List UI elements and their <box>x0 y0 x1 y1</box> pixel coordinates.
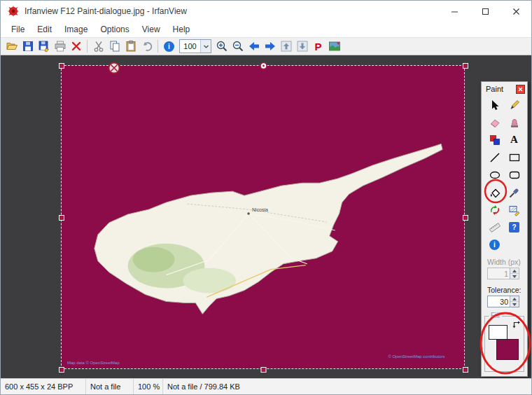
help-icon: ? <box>509 222 519 233</box>
replace-color-tool[interactable] <box>485 131 505 148</box>
canvas-area[interactable]: Nicosia Map data © OpenStreetMap © OpenS… <box>1 55 531 378</box>
spin-up-button[interactable] <box>510 268 519 274</box>
copy-button[interactable] <box>106 39 122 54</box>
zoom-value: 100 <box>180 40 200 53</box>
selection-handle-mid-left[interactable] <box>59 216 64 221</box>
tolerance-spinner <box>510 296 519 307</box>
spin-up-button[interactable] <box>510 296 519 302</box>
color-picker-tool[interactable] <box>505 183 524 201</box>
help-tool[interactable]: ? <box>505 219 524 236</box>
line-tool[interactable] <box>485 148 505 166</box>
auto-color-button[interactable] <box>326 39 342 54</box>
previous-file-button[interactable] <box>246 39 262 54</box>
undo-button[interactable] <box>139 39 155 54</box>
window-controls <box>439 1 531 22</box>
zoom-out-button[interactable] <box>230 39 246 54</box>
tolerance-input[interactable] <box>488 296 510 307</box>
minimize-button[interactable] <box>439 1 470 22</box>
eyedropper-icon <box>508 186 521 199</box>
status-zoom: 100 % <box>134 379 163 394</box>
rectangle-tool[interactable] <box>505 148 524 166</box>
color-correction-icon <box>328 40 341 53</box>
selection-handle-top-left[interactable] <box>59 64 64 69</box>
info-circle-icon: i <box>489 240 500 250</box>
selection-handle-top-right[interactable] <box>463 64 468 69</box>
rotate-arrows-icon <box>489 204 501 216</box>
pointer-tool[interactable] <box>485 96 505 113</box>
last-file-button[interactable] <box>294 39 310 54</box>
status-image-info: 600 x 455 x 24 BPP <box>1 379 86 394</box>
info-tool[interactable]: i <box>485 236 505 254</box>
width-input-wrap <box>487 268 519 279</box>
clone-stamp-tool[interactable] <box>505 113 524 131</box>
arrow-down-boxed-icon <box>296 40 309 53</box>
paste-button[interactable] <box>122 39 139 54</box>
status-file-size: Not a file / 799.84 KB <box>163 379 531 394</box>
menu-options[interactable]: Options <box>94 23 135 36</box>
next-file-button[interactable] <box>262 39 278 54</box>
background-color-swatch[interactable] <box>496 339 519 360</box>
rectangle-icon <box>508 151 521 164</box>
rotation-handle-dot <box>262 65 265 67</box>
arrow-up-boxed-icon <box>280 40 293 53</box>
titlebar[interactable]: Irfanview F12 Paint-dialogue.jpg - Irfan… <box>1 1 531 22</box>
cut-button[interactable] <box>90 39 106 54</box>
rounded-rectangle-tool[interactable] <box>505 166 524 183</box>
paint-panel-close-button[interactable] <box>516 85 525 94</box>
ellipse-tool[interactable] <box>485 166 505 183</box>
text-tool-icon: A <box>510 134 518 145</box>
menu-file[interactable]: File <box>5 23 31 36</box>
line-icon <box>489 151 501 164</box>
pencil-tool[interactable] <box>505 96 524 113</box>
zoom-select[interactable]: 100 <box>179 39 211 53</box>
width-input[interactable] <box>488 268 510 279</box>
foreground-color-swatch[interactable] <box>489 325 507 340</box>
canvas-image[interactable]: Nicosia Map data © OpenStreetMap © OpenS… <box>61 65 465 369</box>
print-button[interactable] <box>52 39 68 54</box>
menu-image[interactable]: Image <box>58 23 94 36</box>
tolerance-input-wrap <box>487 296 519 307</box>
minimize-icon <box>451 8 458 15</box>
zoom-in-button[interactable] <box>214 39 230 54</box>
ruler-icon <box>489 221 501 234</box>
save-as-button[interactable] <box>36 39 52 54</box>
eraser-tool[interactable] <box>485 113 505 131</box>
image-info-button[interactable]: i <box>161 39 177 54</box>
ellipse-icon <box>489 169 501 181</box>
menu-view[interactable]: View <box>136 23 167 36</box>
rotate-tool[interactable] <box>485 201 505 219</box>
hatch-fill-tool[interactable] <box>505 201 524 219</box>
paint-panel-titlebar[interactable]: Paint <box>482 82 527 96</box>
spin-down-button[interactable] <box>510 302 519 307</box>
eraser-icon <box>489 116 501 129</box>
triangle-up-icon <box>512 270 517 272</box>
selection-handle-bottom-right[interactable] <box>463 368 468 373</box>
save-button[interactable] <box>20 39 36 54</box>
fill-tool[interactable] <box>485 183 505 201</box>
paint-panel-title: Paint <box>486 85 503 93</box>
swap-colors-icon[interactable] <box>512 319 522 329</box>
maximize-button[interactable] <box>470 1 500 22</box>
text-tool[interactable]: A <box>505 131 524 148</box>
delete-button[interactable] <box>68 39 84 54</box>
info-circle-icon: i <box>164 41 174 52</box>
chevron-down-icon[interactable] <box>200 40 211 53</box>
copy-icon <box>108 40 121 53</box>
spin-down-button[interactable] <box>510 274 519 279</box>
clone-stamp-icon <box>508 116 521 129</box>
selection-handle-mid-right[interactable] <box>463 216 468 221</box>
width-label: Width (px) <box>487 258 527 266</box>
selection-handles <box>56 60 471 375</box>
menu-help[interactable]: Help <box>167 23 197 36</box>
first-file-button[interactable] <box>278 39 294 54</box>
straighten-tool[interactable] <box>485 219 505 236</box>
open-button[interactable] <box>4 39 20 54</box>
selection-handle-bottom-left[interactable] <box>59 368 64 373</box>
paint-dialog-button[interactable]: P <box>310 39 326 54</box>
close-button[interactable] <box>500 1 531 22</box>
printer-icon <box>54 40 66 53</box>
menu-edit[interactable]: Edit <box>31 23 58 36</box>
selection-handle-bottom-center[interactable] <box>261 368 266 373</box>
triangle-up-icon <box>512 298 517 300</box>
crosshair-marker[interactable] <box>109 63 120 74</box>
